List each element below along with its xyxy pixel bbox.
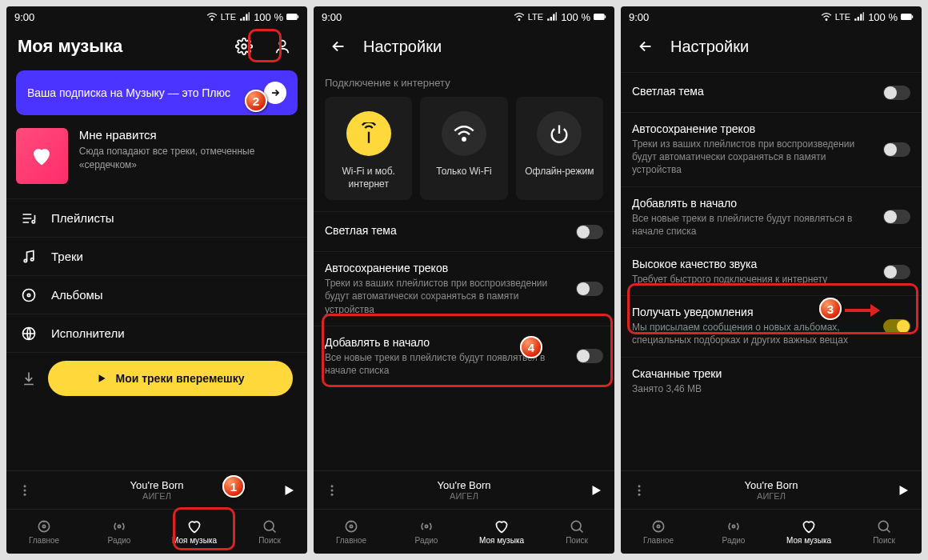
phone-my-music: 9:00 LTE 100 % Моя музыка Ваша подписка …: [6, 6, 307, 554]
nav-radio[interactable]: Радио: [82, 510, 157, 554]
menu-label: Треки: [51, 250, 83, 263]
toggle[interactable]: [576, 225, 603, 239]
svg-point-11: [24, 485, 26, 487]
status-bar: 9:00 LTE 100 %: [621, 6, 922, 27]
arrow-left-icon: [330, 38, 347, 55]
menu-tracks[interactable]: Треки: [6, 237, 307, 275]
svg-point-34: [638, 493, 641, 495]
option-notifications[interactable]: Получать уведомленияМы присылаем сообщен…: [621, 295, 922, 356]
toggle[interactable]: [883, 210, 910, 224]
toggle[interactable]: [883, 142, 910, 157]
status-bar: 9:00 LTE 100 %: [6, 6, 307, 27]
disc-icon: [21, 287, 37, 303]
nav-home[interactable]: Главное: [6, 510, 82, 554]
nav-search[interactable]: Поиск: [232, 510, 307, 554]
now-playing-bar[interactable]: You're BornАИГЕЛ: [621, 470, 922, 509]
wifi-icon: [514, 11, 525, 22]
menu-artists[interactable]: Исполнители: [6, 314, 307, 352]
svg-point-23: [331, 489, 334, 491]
more-icon[interactable]: [18, 483, 32, 498]
option-add-begin[interactable]: Добавлять в началоВсе новые треки в плей…: [621, 186, 922, 247]
wifi-icon: [206, 11, 218, 22]
toggle[interactable]: [576, 282, 603, 296]
header: Моя музыка: [6, 27, 307, 66]
svg-rect-30: [901, 14, 912, 20]
power-icon: [548, 122, 570, 145]
nav-home[interactable]: Главное: [621, 510, 696, 554]
nav-search[interactable]: Поиск: [539, 510, 614, 554]
option-downloaded[interactable]: Скачанные трекиЗанято 3,46 MB: [621, 357, 922, 405]
menu-list: Плейлисты Треки Альбомы Исполнители: [6, 198, 307, 352]
toggle[interactable]: [883, 86, 910, 100]
nav-mymusic[interactable]: Моя музыка: [157, 510, 232, 554]
download-icon[interactable]: [21, 370, 37, 386]
back-button[interactable]: [632, 33, 659, 60]
option-light-theme[interactable]: Светлая тема: [314, 211, 614, 251]
svg-point-3: [242, 44, 246, 49]
svg-point-37: [732, 525, 734, 527]
svg-point-29: [826, 19, 827, 21]
lte-label: LTE: [221, 12, 236, 22]
now-playing-bar[interactable]: You're BornАИГЕЛ: [314, 470, 614, 509]
radio-icon: [111, 518, 127, 534]
play-icon[interactable]: [282, 483, 296, 498]
svg-point-36: [657, 525, 659, 527]
conn-wifi-mobile[interactable]: Wi-Fi и моб. интернет: [325, 97, 412, 200]
shuffle-button[interactable]: Мои треки вперемешку: [48, 361, 293, 396]
svg-point-28: [571, 521, 581, 530]
toggle[interactable]: [883, 265, 910, 279]
liked-title: Мне нравится: [79, 128, 298, 142]
option-hq-audio[interactable]: Высокое качество звукаТребует быстрого п…: [621, 247, 922, 295]
now-playing-bar[interactable]: You're Born АИГЕЛ: [6, 470, 307, 509]
wifi-icon: [821, 11, 832, 22]
signal-icon: [546, 11, 558, 22]
option-autosave[interactable]: Автосохранение трековТреки из ваших плей…: [314, 251, 614, 326]
nav-radio[interactable]: Радио: [696, 510, 771, 554]
wifi-icon: [453, 122, 475, 145]
liked-art: [16, 128, 68, 184]
option-light-theme[interactable]: Светлая тема: [621, 72, 922, 112]
svg-point-14: [38, 521, 49, 531]
option-autosave[interactable]: Автосохранение трековТреки из ваших плей…: [621, 112, 922, 186]
nav-radio[interactable]: Радио: [389, 510, 464, 554]
svg-point-21: [462, 138, 466, 141]
back-button[interactable]: [325, 33, 352, 60]
liked-sub: Сюда попадают все треки, отмеченные «сер…: [79, 145, 298, 172]
option-add-begin[interactable]: Добавлять в началоВсе новые треки в плей…: [314, 326, 614, 386]
subscription-banner[interactable]: Ваша подписка на Музыку — это Плюс: [16, 70, 298, 115]
svg-point-24: [331, 493, 334, 495]
nav-mymusic[interactable]: Моя музыка: [771, 510, 846, 554]
liked-card[interactable]: Мне нравится Сюда попадают все треки, от…: [16, 128, 298, 184]
more-icon[interactable]: [325, 483, 339, 498]
menu-albums[interactable]: Альбомы: [6, 275, 307, 314]
menu-label: Исполнители: [51, 326, 125, 340]
toggle[interactable]: [576, 349, 603, 363]
home-icon: [343, 518, 359, 534]
nav-home[interactable]: Главное: [314, 510, 389, 554]
profile-button[interactable]: [269, 33, 296, 60]
nav-search[interactable]: Поиск: [846, 510, 922, 554]
phone-settings-1: 9:00 LTE 100 % Настройки Подключение к и…: [314, 6, 614, 554]
arrow-left-icon: [637, 38, 654, 55]
toggle[interactable]: [883, 319, 910, 334]
play-icon[interactable]: [589, 483, 603, 498]
settings-button[interactable]: [230, 33, 258, 60]
svg-point-8: [23, 289, 35, 301]
arrow-right-icon: [264, 82, 286, 104]
signal-icon: [854, 11, 865, 22]
nav-mymusic[interactable]: Моя музыка: [464, 510, 539, 554]
svg-point-9: [27, 294, 30, 296]
menu-playlists[interactable]: Плейлисты: [6, 198, 307, 237]
play-icon[interactable]: [896, 483, 910, 498]
conn-offline[interactable]: Офлайн-режим: [516, 97, 603, 200]
svg-point-17: [264, 521, 274, 530]
svg-rect-19: [594, 14, 605, 20]
gear-icon: [235, 38, 253, 55]
conn-wifi-only[interactable]: Только Wi-Fi: [420, 97, 507, 200]
svg-point-5: [32, 220, 34, 222]
song-artist: АИГЕЛ: [42, 491, 272, 501]
phone-settings-2: 9:00 LTE 100 % Настройки Светлая тема Ав…: [621, 6, 922, 554]
svg-rect-2: [298, 15, 299, 18]
more-icon[interactable]: [632, 483, 646, 498]
profile-icon: [274, 38, 291, 55]
